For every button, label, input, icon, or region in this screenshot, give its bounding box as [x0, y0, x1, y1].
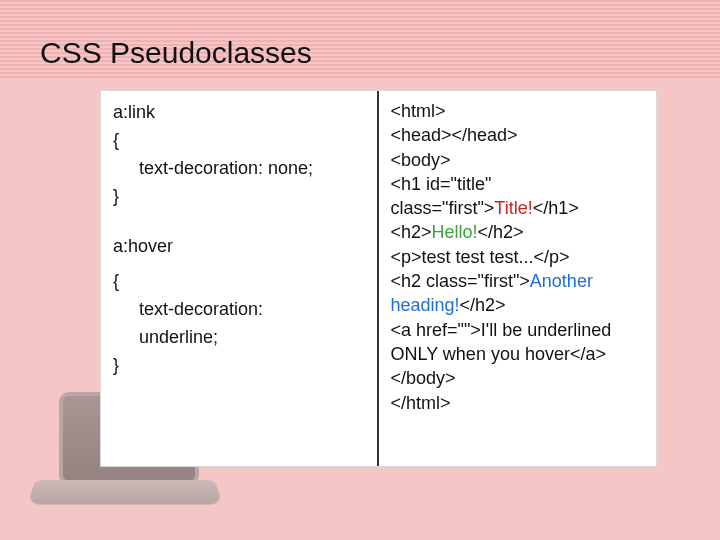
html-line: <h1 id="title": [391, 172, 645, 196]
html-line: <html>: [391, 99, 645, 123]
html-fragment: class="first">: [391, 198, 495, 218]
slide: CSS Pseudoclasses a:link { text-decorati…: [0, 0, 720, 540]
html-fragment: <h2>: [391, 222, 432, 242]
css-column: a:link { text-decoration: none; } a:hove…: [101, 91, 379, 466]
html-line: <h2>Hello!</h2>: [391, 220, 645, 244]
html-line: <a href="">I'll be underlined: [391, 318, 645, 342]
code-panel: a:link { text-decoration: none; } a:hove…: [100, 90, 657, 467]
h2-text-2a: Another: [530, 271, 593, 291]
html-line: class="first">Title!</h1>: [391, 196, 645, 220]
css-declaration-2b: underline;: [113, 324, 365, 352]
brace-close-2: }: [113, 352, 365, 380]
html-line: <body>: [391, 148, 645, 172]
slide-title: CSS Pseudoclasses: [40, 36, 312, 70]
h1-text: Title!: [494, 198, 532, 218]
html-fragment: </h1>: [533, 198, 579, 218]
html-fragment: </h2>: [478, 222, 524, 242]
css-selector-2: a:hover: [113, 233, 365, 261]
html-line: heading!</h2>: [391, 293, 645, 317]
h2-text-2b: heading!: [391, 295, 460, 315]
html-line: <h2 class="first">Another: [391, 269, 645, 293]
html-line: <p>test test test...</p>: [391, 245, 645, 269]
html-line: </body>: [391, 366, 645, 390]
html-fragment: <h2 class="first">: [391, 271, 530, 291]
css-declaration-1: text-decoration: none;: [113, 155, 365, 183]
html-column: <html> <head></head> <body> <h1 id="titl…: [379, 91, 657, 466]
css-selector-1: a:link: [113, 99, 365, 127]
html-fragment: </h2>: [460, 295, 506, 315]
css-declaration-2a: text-decoration:: [113, 296, 365, 324]
brace-open-2: {: [113, 268, 365, 296]
brace-close: }: [113, 183, 365, 211]
html-line: <head></head>: [391, 123, 645, 147]
html-line: ONLY when you hover</a>: [391, 342, 645, 366]
h2-text-1: Hello!: [432, 222, 478, 242]
brace-open: {: [113, 127, 365, 155]
html-line: </html>: [391, 391, 645, 415]
